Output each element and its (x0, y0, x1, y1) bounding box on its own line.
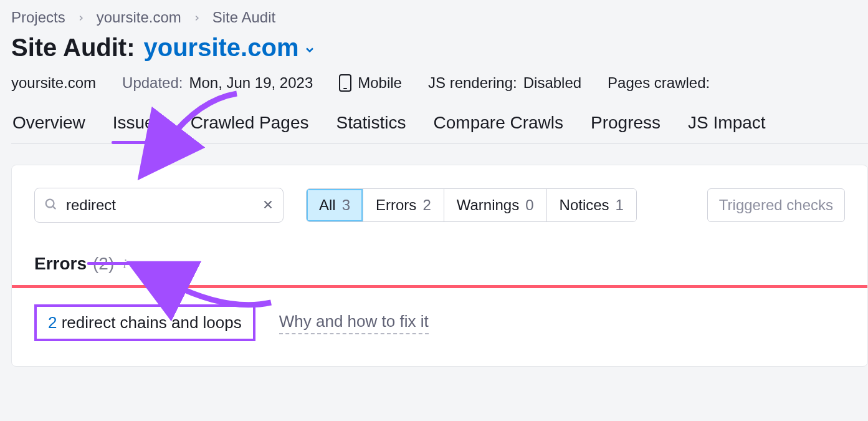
page-title: Site Audit: (11, 34, 135, 62)
why-how-fix-link[interactable]: Why and how to fix it (279, 312, 429, 334)
section-errors-label: Errors (34, 254, 87, 274)
tab-statistics[interactable]: Statistics (335, 113, 408, 143)
tabs: Overview Issues Crawled Pages Statistics… (11, 113, 868, 143)
issue-redirect-chains[interactable]: 2 redirect chains and loops (34, 304, 255, 341)
filter-notices-count: 1 (616, 196, 624, 214)
issue-row: 2 redirect chains and loops Why and how … (12, 288, 867, 341)
chevron-down-icon (303, 34, 316, 62)
domain-dropdown[interactable]: yoursite.com (144, 34, 317, 62)
breadcrumb-current: Site Audit (212, 9, 275, 26)
filter-warnings[interactable]: Warnings 0 (444, 189, 547, 221)
filter-errors-label: Errors (376, 196, 416, 214)
filter-all[interactable]: All 3 (307, 189, 363, 221)
filter-segmented: All 3 Errors 2 Warnings 0 Notices 1 (306, 188, 637, 222)
search-icon (44, 197, 57, 213)
breadcrumb-site[interactable]: yoursite.com (97, 9, 181, 26)
issue-count: 2 (48, 313, 57, 332)
tab-issues[interactable]: Issues (112, 113, 165, 143)
breadcrumb-projects[interactable]: Projects (11, 9, 65, 26)
chevron-right-icon (77, 9, 85, 26)
issues-card: All 3 Errors 2 Warnings 0 Notices 1 Trig… (11, 165, 868, 367)
meta-row: yoursite.com Updated: Mon, Jun 19, 2023 … (11, 68, 868, 113)
search-box (34, 188, 284, 223)
issue-text: redirect chains and loops (57, 313, 241, 332)
meta-domain: yoursite.com (11, 74, 96, 92)
breadcrumb: Projects yoursite.com Site Audit (11, 5, 868, 34)
tab-js-impact[interactable]: JS Impact (687, 113, 766, 143)
mobile-icon (339, 74, 351, 92)
filter-all-count: 3 (342, 196, 350, 214)
filter-errors[interactable]: Errors 2 (363, 189, 444, 221)
meta-js-value: Disabled (523, 74, 581, 92)
meta-device: Mobile (358, 74, 402, 92)
filter-warnings-count: 0 (525, 196, 533, 214)
close-icon (261, 198, 275, 213)
meta-js-label: JS rendering: (428, 74, 517, 92)
meta-crawled-label: Pages crawled: (608, 74, 710, 92)
domain-dropdown-label: yoursite.com (144, 34, 299, 62)
tab-overview[interactable]: Overview (11, 113, 87, 143)
chevron-right-icon (193, 9, 201, 26)
filter-notices-label: Notices (560, 196, 609, 214)
svg-point-0 (46, 200, 54, 208)
meta-updated-label: Updated: (122, 74, 183, 92)
filter-all-label: All (319, 196, 336, 214)
filter-errors-count: 2 (422, 196, 431, 214)
triggered-checks-dropdown[interactable]: Triggered checks (707, 188, 845, 222)
annotation-underline (87, 262, 155, 265)
filter-warnings-label: Warnings (457, 196, 519, 214)
filter-notices[interactable]: Notices 1 (547, 189, 636, 221)
tab-compare-crawls[interactable]: Compare Crawls (432, 113, 565, 143)
meta-updated-value: Mon, Jun 19, 2023 (189, 74, 313, 92)
tab-crawled-pages[interactable]: Crawled Pages (189, 113, 310, 143)
tab-progress[interactable]: Progress (589, 113, 662, 143)
clear-search-button[interactable] (261, 198, 275, 213)
search-input[interactable] (66, 196, 252, 214)
